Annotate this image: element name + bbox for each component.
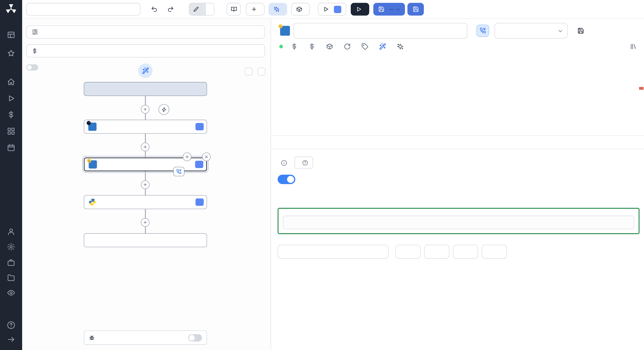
line-number <box>271 65 289 74</box>
advanced-tabs <box>271 136 644 149</box>
workspace-script-select[interactable] <box>494 23 568 38</box>
play-icon <box>356 6 362 12</box>
add-step-button-2[interactable] <box>141 143 150 151</box>
suspend-phone-badge[interactable] <box>173 167 184 176</box>
folders-icon[interactable] <box>7 273 15 282</box>
save-draft-button[interactable] <box>374 3 405 16</box>
resources-icon[interactable] <box>7 127 15 135</box>
trigger-step-button[interactable] <box>158 104 169 115</box>
ai-flow-builder-button[interactable] <box>268 3 287 16</box>
workspace-panel-icon[interactable] <box>7 31 15 39</box>
favorites-star-icon[interactable] <box>7 49 15 57</box>
plus-icon <box>143 145 147 149</box>
audit-logs-icon[interactable] <box>7 289 15 297</box>
dataflow-row <box>26 64 42 71</box>
variables-icon[interactable] <box>7 111 15 119</box>
suspend-indicator-button[interactable] <box>476 24 489 37</box>
suspend-sub-tabs <box>278 190 640 201</box>
chevron-down-icon <box>557 28 564 34</box>
suspend-settings <box>271 157 644 259</box>
approvals-required-input[interactable] <box>283 216 634 229</box>
hour-input[interactable] <box>453 245 478 259</box>
users-icon[interactable] <box>7 227 15 236</box>
tag-icon <box>361 43 368 50</box>
step-detail-panel <box>271 19 644 350</box>
add-step-button-1[interactable] <box>141 105 150 114</box>
timeout-seconds-input[interactable] <box>278 245 389 259</box>
step-id-badge <box>196 123 204 130</box>
play-icon <box>323 6 329 12</box>
library-panel-button[interactable] <box>630 43 637 50</box>
kbd-s <box>396 9 400 9</box>
diff-button[interactable] <box>246 3 264 16</box>
export-button[interactable] <box>291 3 310 16</box>
flow-settings-button[interactable] <box>26 25 265 39</box>
add-step-button-4[interactable] <box>141 218 150 227</box>
sec-input[interactable] <box>396 245 420 259</box>
reload-tool-button[interactable] <box>344 43 350 50</box>
test-up-to-button[interactable] <box>318 3 346 16</box>
add-step-button-3[interactable] <box>141 180 150 189</box>
line-number <box>271 93 289 102</box>
runs-icon[interactable] <box>7 94 15 102</box>
tag-tool-button[interactable] <box>361 43 368 50</box>
approval-prompt-helpers-button[interactable] <box>294 157 313 169</box>
save-to-workspace-button[interactable] <box>575 27 589 34</box>
bug-icon <box>89 335 95 341</box>
result-node[interactable] <box>84 233 207 247</box>
redo-button[interactable] <box>164 3 177 15</box>
home-icon[interactable] <box>7 78 15 86</box>
suspend-toggle[interactable] <box>278 175 296 184</box>
path-button[interactable] <box>189 3 214 16</box>
phone-incoming-icon <box>480 27 486 34</box>
docs-button[interactable] <box>227 3 240 16</box>
plus-icon <box>185 155 190 159</box>
min-input[interactable] <box>424 245 449 259</box>
all-static-inputs-button[interactable] <box>26 44 265 57</box>
wand-icon <box>379 43 386 50</box>
input-node[interactable] <box>84 82 207 96</box>
left-rail <box>0 0 22 350</box>
package-icon <box>326 43 333 50</box>
ai-step-wand-button[interactable] <box>138 64 152 77</box>
plus-icon <box>251 6 257 12</box>
help-icon[interactable] <box>7 321 15 329</box>
zoom-in-button[interactable] <box>245 68 253 75</box>
flow-summary-input[interactable] <box>26 3 141 16</box>
step-node-inline-python3[interactable] <box>84 195 207 209</box>
ai-gen-button[interactable] <box>397 43 404 50</box>
error-handler-toggle[interactable] <box>188 334 202 341</box>
plus-icon <box>143 182 147 187</box>
test-flow-button[interactable] <box>351 3 370 16</box>
close-icon <box>204 155 209 159</box>
undo-button[interactable] <box>148 3 160 15</box>
redo-icon <box>167 6 174 13</box>
settings-gear-icon[interactable] <box>7 243 15 251</box>
step-tabs <box>271 123 644 136</box>
insert-branch-button[interactable] <box>183 153 192 161</box>
resources-tool-button[interactable] <box>308 43 315 50</box>
collapse-sidebar-icon[interactable] <box>7 335 15 344</box>
day-input[interactable] <box>482 245 507 259</box>
package-tool-button[interactable] <box>326 43 333 50</box>
book-icon <box>230 6 237 12</box>
error-handler-row[interactable] <box>84 330 207 345</box>
approval-emoji-icon <box>278 24 283 28</box>
dollar-icon <box>308 43 315 50</box>
variables-tool-button[interactable] <box>291 43 298 50</box>
dataflow-toggle[interactable] <box>26 64 38 71</box>
info-icon[interactable] <box>281 160 287 166</box>
deploy-button-partial[interactable] <box>408 3 424 16</box>
step-node-inline-deno[interactable] <box>84 120 207 134</box>
code-editor[interactable] <box>271 54 644 123</box>
schedules-icon[interactable] <box>7 144 15 152</box>
plus-icon <box>143 107 147 111</box>
step-name-input[interactable] <box>293 23 467 38</box>
workers-icon[interactable] <box>7 258 15 267</box>
zoom-out-button[interactable] <box>258 68 266 75</box>
approvals-required-section <box>278 208 640 234</box>
step-header <box>271 19 644 38</box>
windmill-logo[interactable] <box>5 3 17 15</box>
delete-step-button[interactable] <box>202 153 211 161</box>
ai-assistant-button[interactable] <box>379 43 386 50</box>
